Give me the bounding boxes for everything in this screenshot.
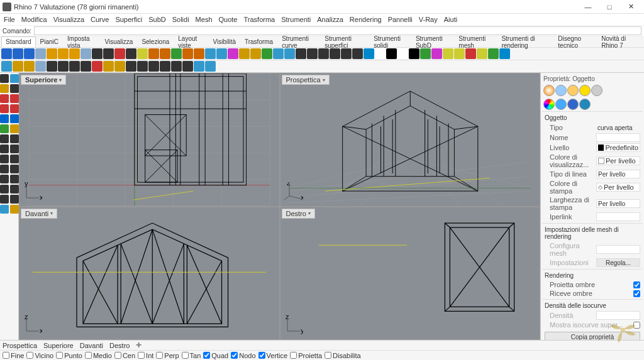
viewport-right[interactable]: Destro▾ yz: [280, 207, 540, 340]
menu-quote[interactable]: Quote: [219, 16, 238, 23]
osnap-vertice[interactable]: Vertice: [258, 352, 288, 359]
viewport-title-top[interactable]: Superiore▾: [21, 75, 66, 85]
tool-button[interactable]: [148, 61, 159, 72]
light-tab-icon[interactable]: [579, 85, 591, 96]
tool-button[interactable]: [171, 61, 182, 72]
side-tool-button[interactable]: [0, 114, 9, 123]
menu-modifica[interactable]: Modifica: [21, 16, 47, 23]
menu-curve[interactable]: Curve: [91, 16, 109, 23]
tool-button[interactable]: [216, 48, 227, 59]
viewport-top[interactable]: Superiore▾: [19, 74, 279, 206]
menu-strumenti[interactable]: Strumenti: [281, 16, 311, 23]
prop-hyperlink-input[interactable]: [596, 212, 640, 221]
tool-button[interactable]: [420, 48, 431, 59]
tool-button[interactable]: [205, 61, 216, 72]
side-tool-button[interactable]: [0, 145, 9, 153]
tool-button[interactable]: [160, 61, 170, 72]
tool-button[interactable]: [24, 61, 35, 72]
prop-name-input[interactable]: [596, 133, 640, 142]
attribute-icon[interactable]: [555, 99, 567, 110]
tool-button[interactable]: [250, 48, 261, 59]
dropdown-icon[interactable]: ▾: [308, 210, 311, 216]
prop-displaycolor-select[interactable]: Per livello: [596, 156, 640, 165]
tool-button[interactable]: [80, 61, 91, 72]
tool-button[interactable]: [1, 48, 12, 59]
maximize-button[interactable]: □: [599, 1, 620, 13]
viewport-title-perspective[interactable]: Prospettica▾: [282, 75, 330, 85]
tool-button[interactable]: [375, 48, 386, 59]
toolbar-tab[interactable]: PianiC: [36, 36, 63, 47]
tool-button[interactable]: [13, 48, 23, 59]
side-tool-button[interactable]: [0, 134, 9, 143]
side-tool-button[interactable]: [10, 114, 19, 123]
tool-button[interactable]: [103, 48, 114, 59]
tool-button[interactable]: [47, 61, 57, 72]
side-tool-button[interactable]: [0, 84, 9, 93]
prop-linetype-select[interactable]: Per livello: [596, 170, 640, 178]
tool-button[interactable]: [307, 48, 318, 59]
toolbar-tab[interactable]: Novità di Rhino 7: [597, 33, 643, 51]
tool-button[interactable]: [58, 61, 69, 72]
tool-button[interactable]: [92, 61, 103, 72]
tool-button[interactable]: [69, 61, 80, 72]
viewport-front[interactable]: Davanti▾ xz: [19, 207, 279, 340]
viewport-title-front[interactable]: Davanti▾: [21, 209, 57, 219]
tool-button[interactable]: [24, 48, 35, 59]
side-tool-button[interactable]: [0, 124, 9, 133]
vray-icon[interactable]: [567, 99, 579, 110]
menu-subd[interactable]: SubD: [148, 16, 166, 23]
side-tool-button[interactable]: [0, 175, 9, 183]
tool-button[interactable]: [228, 48, 238, 59]
side-tool-button[interactable]: [10, 134, 19, 143]
tool-button[interactable]: [386, 48, 397, 59]
osnap-fine[interactable]: Fine: [3, 352, 24, 359]
side-tool-button[interactable]: [10, 195, 19, 204]
side-tool-button[interactable]: [0, 155, 9, 163]
side-tool-button[interactable]: [0, 165, 9, 173]
render-icon[interactable]: [579, 99, 591, 110]
add-viewport-icon[interactable]: ✚: [136, 341, 142, 349]
tool-button[interactable]: [488, 48, 499, 59]
tool-button[interactable]: [262, 48, 272, 59]
side-tool-button[interactable]: [0, 74, 9, 83]
tool-button[interactable]: [182, 48, 193, 59]
side-tool-button[interactable]: [10, 175, 19, 183]
prop-layer-select[interactable]: Predefinito: [596, 143, 640, 152]
viewport-tab[interactable]: Davanti: [80, 342, 103, 349]
tool-button[interactable]: [443, 48, 453, 59]
material-tab-icon[interactable]: [555, 85, 567, 96]
menu-file[interactable]: File: [4, 16, 15, 23]
tool-button[interactable]: [465, 48, 476, 59]
osnap-vicino[interactable]: Vicino: [26, 352, 53, 359]
mesh-adjust-button[interactable]: Regola...: [596, 258, 640, 267]
osnap-int[interactable]: Int: [138, 352, 153, 359]
tool-button[interactable]: [330, 48, 340, 59]
tool-button[interactable]: [103, 61, 114, 72]
osnap-disabilita[interactable]: Disabilita: [325, 352, 361, 359]
menu-superfici[interactable]: Superfici: [115, 16, 142, 23]
toolbar-tab[interactable]: Trasforma: [240, 36, 277, 47]
close-button[interactable]: ✕: [620, 1, 641, 13]
tool-button[interactable]: [69, 48, 80, 59]
osnap-perp[interactable]: Perp: [156, 352, 179, 359]
osnap-tan[interactable]: Tan: [182, 352, 201, 359]
tool-button[interactable]: [13, 61, 23, 72]
tool-button[interactable]: [352, 48, 363, 59]
menu-mesh[interactable]: Mesh: [196, 16, 213, 23]
tool-button[interactable]: [35, 48, 46, 59]
osnap-cen[interactable]: Cen: [114, 352, 135, 359]
viewport-tab[interactable]: Superiore: [43, 342, 74, 349]
dropdown-icon[interactable]: ▾: [323, 77, 325, 83]
prop-printcolor-select[interactable]: ◇Per livello: [596, 183, 640, 192]
tool-button[interactable]: [126, 48, 136, 59]
tool-button[interactable]: [409, 48, 419, 59]
toolbar-tab[interactable]: Seleziona: [137, 36, 174, 47]
osnap-nodo[interactable]: Nodo: [231, 352, 255, 359]
tool-button[interactable]: [126, 61, 136, 72]
side-tool-button[interactable]: [10, 145, 19, 153]
tool-button[interactable]: [318, 48, 329, 59]
menu-aiuti[interactable]: Aiuti: [444, 16, 457, 23]
tool-button[interactable]: [341, 48, 352, 59]
tool-button[interactable]: [431, 48, 442, 59]
tool-button[interactable]: [239, 48, 250, 59]
